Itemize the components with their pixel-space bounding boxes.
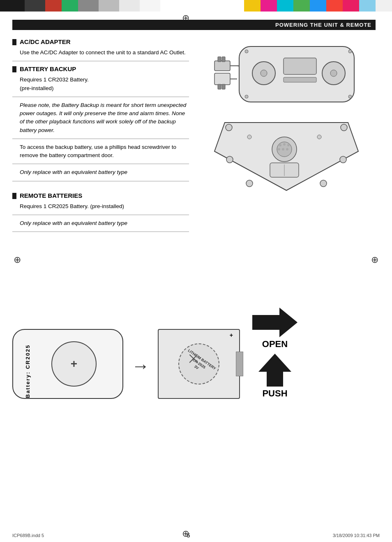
svg-point-12 <box>330 70 337 76</box>
battery-diagram-section: Battery: CR2025 + → + LITHIUM BATTERYCR-… <box>12 308 380 399</box>
battery-box: Battery: CR2025 + <box>12 329 123 399</box>
open-push-arrows: OPEN PUSH <box>252 308 297 399</box>
svg-rect-6 <box>222 84 225 89</box>
battery-backup-heading: BATTERY BACKUP <box>12 65 189 72</box>
battery-backup-bar <box>12 66 16 72</box>
svg-rect-1 <box>218 57 221 62</box>
divider-6 <box>12 215 189 215</box>
svg-point-32 <box>286 148 288 151</box>
acdc-text: Use the AC/DC Adapter to connect the uni… <box>12 49 189 57</box>
battery-circle: + <box>51 341 97 387</box>
color-bar <box>0 0 392 12</box>
open-arrow <box>252 308 297 337</box>
acdc-bar <box>12 39 16 45</box>
svg-point-29 <box>287 144 290 146</box>
battery-backup-access: To access the backup battery, use a phil… <box>12 143 189 160</box>
svg-point-10 <box>261 70 267 76</box>
svg-marker-39 <box>252 308 297 337</box>
divider-4 <box>12 164 189 164</box>
svg-rect-2 <box>222 57 225 62</box>
battery-backup-replace: Only replace with an equivalent battery … <box>12 168 189 176</box>
acdc-title: AC/DC ADAPTER <box>20 38 71 45</box>
remote-batteries-replace: Only replace with an equivalent battery … <box>12 219 189 227</box>
svg-point-24 <box>320 180 327 187</box>
slot-tab <box>236 352 243 376</box>
content-columns: AC/DC ADAPTER Use the AC/DC Adapter to c… <box>12 38 376 236</box>
footer-right: 3/18/2009 10:31:43 PM <box>333 533 380 538</box>
svg-point-17 <box>245 95 248 98</box>
battery-backup-title: BATTERY BACKUP <box>20 65 76 72</box>
slot-circle: LITHIUM BATTERYCR-20253V <box>178 343 219 384</box>
main-content: POWERING THE UNIT & REMOTE AC/DC ADAPTER… <box>0 12 392 542</box>
svg-point-27 <box>279 144 281 146</box>
svg-point-20 <box>341 124 347 131</box>
push-arrow <box>258 354 291 387</box>
svg-point-15 <box>245 50 248 53</box>
footer: ICP689B.indd 5 5 3/18/2009 10:31:43 PM <box>12 532 380 539</box>
remote-batteries-bar <box>12 193 16 199</box>
battery-label: Battery: CR2025 <box>25 330 31 398</box>
remote-batteries-heading: REMOTE BATTERIES <box>12 192 189 199</box>
acdc-heading: AC/DC ADAPTER <box>12 38 189 45</box>
remote-batteries-requires: Requires 1 CR2025 Battery. (pre-installe… <box>12 202 189 211</box>
svg-marker-40 <box>258 354 291 387</box>
registration-mark-left: ⊕ <box>12 255 22 265</box>
svg-rect-14 <box>284 77 316 82</box>
svg-point-16 <box>348 50 352 53</box>
remote-slot: + LITHIUM BATTERYCR-20253V <box>158 329 240 399</box>
svg-point-31 <box>282 148 284 151</box>
footer-left: ICP689B.indd 5 <box>12 533 44 538</box>
right-column <box>197 38 376 236</box>
remote-batteries-title: REMOTE BATTERIES <box>20 192 82 199</box>
divider-3 <box>12 139 189 139</box>
svg-rect-5 <box>218 84 221 89</box>
svg-point-36 <box>317 135 321 139</box>
battery-backup-note: Please note, the Battery Backup is meant… <box>12 101 189 134</box>
left-column: AC/DC ADAPTER Use the AC/DC Adapter to c… <box>12 38 189 236</box>
svg-rect-13 <box>284 58 316 74</box>
svg-point-21 <box>226 156 233 163</box>
svg-rect-0 <box>214 61 230 71</box>
registration-mark-right: ⊕ <box>370 255 380 265</box>
svg-point-18 <box>348 95 352 98</box>
svg-rect-4 <box>214 73 230 85</box>
page-header: POWERING THE UNIT & REMOTE <box>12 20 376 30</box>
divider-5 <box>12 181 189 181</box>
page-number: 5 <box>187 532 190 539</box>
divider-2 <box>12 97 189 97</box>
divider-1 <box>12 61 189 61</box>
open-label: OPEN <box>262 339 288 350</box>
divider-7 <box>12 232 189 232</box>
svg-point-19 <box>226 124 232 131</box>
arrow-right-symbol: → <box>131 356 150 376</box>
svg-point-35 <box>247 135 251 139</box>
svg-point-28 <box>283 143 286 146</box>
slot-plus: + <box>230 332 233 338</box>
svg-point-23 <box>246 180 253 187</box>
device-illustration-top <box>210 38 362 110</box>
push-label: PUSH <box>262 388 287 399</box>
svg-point-22 <box>340 156 346 163</box>
svg-point-30 <box>278 148 280 151</box>
page-title: POWERING THE UNIT & REMOTE <box>275 22 371 28</box>
device-illustration-bottom <box>212 118 360 195</box>
plus-symbol: + <box>71 357 77 371</box>
battery-backup-requires: Requires 1 CR2032 Battery.(pre-installed… <box>12 76 189 93</box>
